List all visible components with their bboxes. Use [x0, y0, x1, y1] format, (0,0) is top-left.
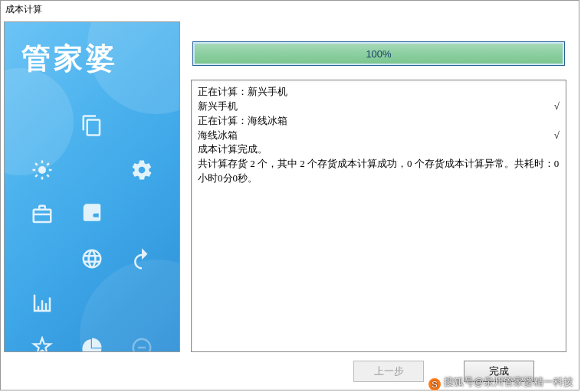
blank-icon — [126, 203, 156, 226]
svg-point-0 — [38, 166, 46, 174]
svg-line-7 — [35, 175, 38, 177]
chart-icon — [28, 292, 57, 315]
svg-line-5 — [35, 163, 38, 165]
app-logo: 管家婆 — [5, 22, 179, 78]
log-line: 成本计算完成。 — [198, 142, 560, 157]
window-title: 成本计算 — [1, 1, 579, 18]
wallet-icon — [77, 203, 107, 226]
pie-icon — [77, 336, 107, 352]
gear-icon — [126, 158, 156, 181]
progress-label: 100% — [366, 48, 391, 60]
svg-line-8 — [48, 163, 50, 165]
app-window: 成本计算 管家婆 — [0, 0, 579, 390]
sidebar: 管家婆 — [4, 21, 180, 352]
blank-icon — [28, 114, 57, 137]
prev-button: 上一步 — [353, 361, 424, 382]
svg-point-9 — [133, 339, 150, 352]
button-bar: 上一步 完成 — [1, 355, 579, 387]
sidebar-icon-grid — [5, 114, 179, 352]
blank-icon — [126, 114, 156, 137]
blank-icon — [28, 247, 57, 270]
main-panel: 100% 正在计算：新兴手机新兴手机√正在计算：海线冰箱海线冰箱√成本计算完成。… — [180, 18, 579, 355]
briefcase-icon — [28, 203, 57, 226]
log-line: 正在计算：新兴手机 — [198, 85, 560, 100]
finish-button[interactable]: 完成 — [464, 361, 534, 382]
blank-icon — [77, 158, 107, 181]
log-line: 正在计算：海线冰箱 — [198, 114, 560, 129]
progress-bar: 100% — [192, 41, 565, 66]
globe-icon — [77, 247, 107, 270]
log-output[interactable]: 正在计算：新兴手机新兴手机√正在计算：海线冰箱海线冰箱√成本计算完成。共计算存货… — [191, 80, 566, 352]
blank-icon — [126, 292, 156, 315]
star-icon — [28, 336, 57, 352]
svg-line-6 — [48, 175, 50, 177]
log-line: 共计算存货 2 个，其中 2 个存货成本计算成功，0 个存货成本计算异常。共耗时… — [198, 157, 560, 186]
blank-icon — [77, 292, 107, 315]
minus-circle-icon — [126, 336, 156, 352]
log-line: 海线冰箱√ — [198, 129, 560, 143]
undo-icon — [126, 247, 156, 270]
copy-icon — [77, 114, 107, 137]
content-area: 管家婆 — [1, 18, 579, 355]
sun-icon — [28, 158, 57, 181]
log-line: 新兴手机√ — [198, 100, 560, 114]
